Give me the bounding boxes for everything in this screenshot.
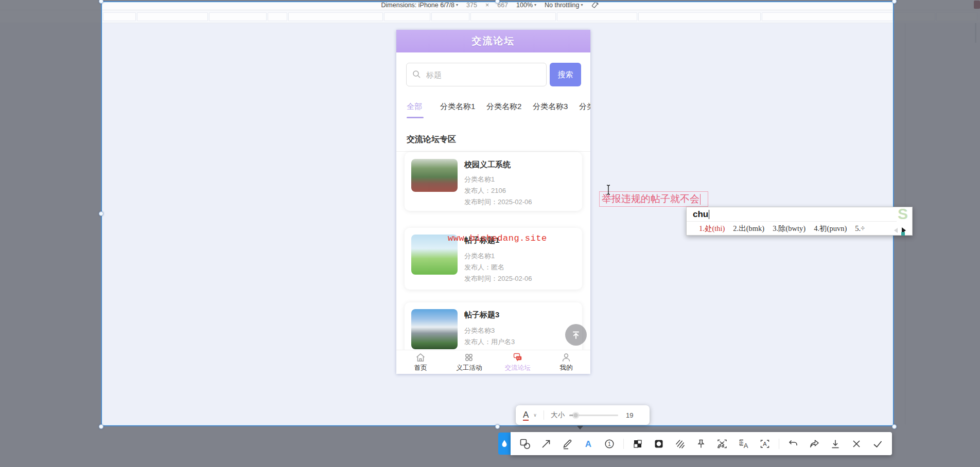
font-color-button[interactable]: A: [523, 410, 529, 421]
download-button[interactable]: [828, 432, 843, 455]
translate-tool-button[interactable]: 中 A: [737, 432, 751, 455]
slider-thumb[interactable]: [573, 412, 579, 418]
cancel-button[interactable]: [849, 432, 864, 455]
arrow-tool-button[interactable]: [539, 432, 553, 455]
droplet-icon: [500, 439, 509, 448]
text-tool-button[interactable]: A: [581, 432, 596, 455]
hatch-tool-button[interactable]: [673, 432, 687, 455]
cut-tool-button[interactable]: [715, 432, 729, 455]
confirm-button[interactable]: [870, 432, 885, 455]
ime-candidate-1[interactable]: 1.处(thi): [699, 224, 725, 233]
sogou-logo: S: [898, 205, 908, 223]
svg-text:A: A: [743, 441, 748, 449]
ime-candidates: 1.处(thi) 2.出(bmk) 3.除(bwty) 4.初(puvn) 5.…: [687, 222, 913, 236]
ime-caret: [709, 210, 709, 219]
dim-overlay: [0, 1, 101, 426]
ime-candidate-4[interactable]: 4.初(puvn): [814, 224, 847, 233]
redo-button[interactable]: [807, 432, 821, 455]
pin-tool-button[interactable]: [694, 432, 708, 455]
undo-button[interactable]: [786, 432, 800, 455]
counter-tool-button[interactable]: 1: [602, 432, 617, 455]
color-swatch-button[interactable]: [498, 433, 511, 455]
ime-candidate-5[interactable]: 5.÷: [855, 224, 865, 233]
ime-skin-accent: [901, 232, 905, 236]
toolbar-separator: [779, 439, 779, 449]
svg-text:1: 1: [608, 440, 611, 446]
selection-handle-sw[interactable]: [99, 424, 103, 429]
ime-composition: chu: [687, 207, 897, 222]
blur-tool-button[interactable]: [652, 432, 666, 455]
font-size-value: 19: [626, 411, 633, 419]
ime-window: S chu 1.处(thi) 2.出(bmk) 3.除(bwty) 4.初(pu…: [686, 207, 913, 236]
chevron-down-icon[interactable]: ∨: [533, 412, 537, 418]
shapes-tool-button[interactable]: [518, 432, 532, 455]
extract-text-tool-button[interactable]: A: [758, 432, 772, 455]
toolbar-separator: [623, 439, 624, 449]
svg-text:A: A: [585, 439, 591, 448]
popup-pointer: [577, 426, 583, 429]
font-size-slider[interactable]: [569, 415, 618, 416]
selection-handle-se[interactable]: [892, 424, 897, 429]
svg-text:A: A: [763, 441, 767, 447]
annotation-toolbar: A 1 中 A A: [511, 432, 892, 455]
font-options-popup: A ∨ 大小 19: [516, 405, 650, 425]
ime-candidate-3[interactable]: 3.除(bwty): [773, 224, 806, 233]
divider: [544, 410, 544, 420]
font-size-label: 大小: [551, 410, 565, 420]
selection-handle-w[interactable]: [99, 211, 103, 216]
selection-handle-s[interactable]: [495, 424, 500, 429]
mosaic-tool-button[interactable]: [631, 432, 645, 455]
ime-prev-page-icon[interactable]: [894, 228, 898, 233]
ime-candidate-2[interactable]: 2.出(bmk): [733, 224, 764, 233]
pencil-tool-button[interactable]: [560, 432, 574, 455]
